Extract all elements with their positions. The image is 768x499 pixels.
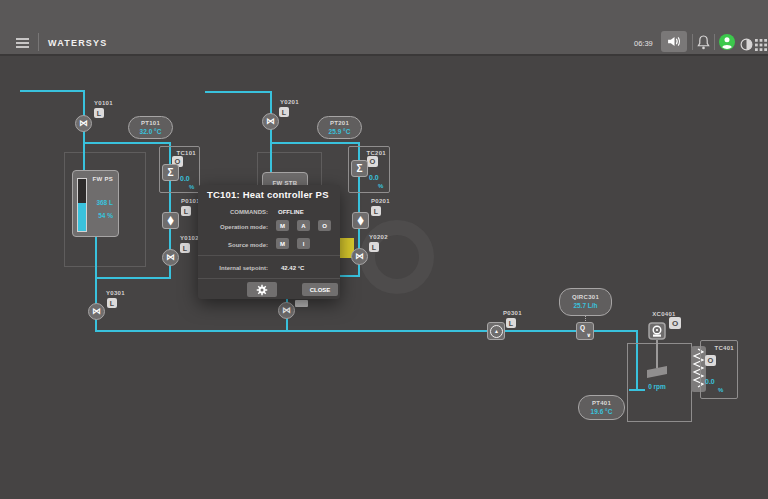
sensor-pt401[interactable]: PT401 19.6 °C (578, 395, 625, 420)
valve-p0101[interactable]: ◆ (162, 212, 179, 229)
apps-button[interactable] (755, 37, 767, 55)
speaker-icon (667, 36, 682, 47)
controller-output: 0.0 (180, 175, 190, 182)
sensor-pt101[interactable]: PT101 32.0 °C (128, 116, 173, 139)
controller-unit: % (378, 183, 383, 189)
heat-exchanger-icon[interactable]: Σ (162, 164, 179, 181)
src-mode-manual-button[interactable]: M (276, 238, 289, 249)
theme-button[interactable] (740, 37, 753, 55)
tank-label: FW PS (93, 176, 114, 182)
lock-badge: L (180, 243, 190, 253)
hidden-label-fragment (295, 300, 308, 307)
sensor-label: QIRC301 (560, 294, 611, 300)
heat-exchanger-icon[interactable]: Σ (351, 160, 368, 177)
valve-label: Y0102 (180, 235, 199, 241)
mixer-shaft (656, 340, 658, 368)
user-button[interactable] (719, 34, 735, 54)
valve-y0101[interactable]: ⋈ (75, 115, 92, 132)
mixer-paddle (647, 366, 667, 378)
grid-icon (755, 39, 767, 51)
user-icon (719, 34, 735, 50)
top-bar: WATERSYS 06:39 (0, 0, 768, 56)
setpoint-label: Internal setpoint: (204, 265, 268, 271)
valve-y0102[interactable]: ⋈ (162, 249, 179, 266)
mode-badge: O (367, 156, 378, 167)
sensor-pt201[interactable]: PT201 25.9 °C (317, 116, 362, 139)
lock-badge: L (506, 318, 516, 328)
pipe (270, 91, 272, 172)
motor-icon[interactable] (648, 322, 666, 340)
valve-label: P0201 (371, 198, 390, 204)
bell-icon (697, 35, 710, 50)
commands-value: OFFLINE (278, 209, 304, 215)
op-mode-off-button[interactable]: O (318, 220, 331, 231)
pipe (83, 142, 171, 144)
dialog-title: TC101: Heat controller PS (207, 189, 329, 200)
tc101-dialog: TC101: Heat controller PS COMMANDS: OFFL… (198, 185, 340, 299)
dialog-divider (198, 278, 340, 279)
sensor-value: 32.0 °C (129, 128, 172, 135)
setpoint-value: 42.42 °C (281, 265, 304, 271)
decor-ring (360, 220, 434, 294)
valve-y0301[interactable]: ⋈ (88, 303, 105, 320)
controller-label: TC401 (714, 345, 734, 351)
op-mode-auto-button[interactable]: A (297, 220, 310, 231)
controller-output: 0.0 (369, 174, 379, 181)
src-mode-internal-button[interactable]: I (297, 238, 310, 249)
mode-badge: O (669, 317, 681, 329)
valve-p0201[interactable]: ◆ (352, 212, 369, 229)
flow-sensor-icon[interactable]: Q ∨ (576, 322, 594, 340)
controller-output: 0.0 (705, 378, 715, 385)
level-gauge (77, 178, 87, 232)
topbar-separator (38, 33, 39, 51)
settings-button[interactable] (247, 282, 277, 297)
close-button[interactable]: CLOSE (302, 283, 338, 296)
valve-bottom-center[interactable]: ⋈ (278, 302, 295, 319)
lock-badge: L (371, 206, 381, 216)
notifications-button[interactable] (697, 35, 710, 54)
mixer-speed: 0 rpm (640, 383, 674, 390)
tank-fwps[interactable]: FW PS 368 L 54 % (72, 170, 119, 237)
pump-p0301[interactable]: ▲ (487, 322, 505, 340)
valve-label: Y0201 (280, 99, 299, 105)
valve-y0201[interactable]: ⋈ (262, 113, 279, 130)
pipe (20, 90, 84, 92)
sensor-value: 25.7 L/h (560, 302, 611, 309)
valve-y0202[interactable]: ⋈ (351, 248, 368, 265)
operation-mode-label: Operation mode: (204, 224, 268, 230)
gear-icon (256, 284, 268, 296)
volume-button[interactable] (661, 31, 687, 52)
sensor-value: 25.9 °C (318, 128, 361, 135)
pipe (205, 91, 272, 93)
topbar-separator (692, 34, 693, 50)
lock-badge: L (107, 298, 117, 308)
sensor-qirc301[interactable]: QIRC301 25.7 L/h (559, 288, 612, 316)
valve-label: Y0202 (369, 234, 388, 240)
pipe (96, 277, 171, 279)
sensor-label: PT401 (579, 400, 624, 406)
valve-label: Y0101 (94, 100, 113, 106)
menu-icon[interactable] (16, 38, 29, 48)
sensor-label: PT201 (318, 120, 361, 126)
commands-label: COMMANDS: (204, 209, 268, 215)
lock-badge: L (181, 206, 191, 216)
lock-badge: L (279, 107, 289, 117)
pump-circle: ▲ (490, 325, 503, 338)
scada-app: WATERSYS 06:39 (0, 0, 768, 499)
controller-unit: % (189, 184, 194, 190)
pump-label: P0301 (503, 310, 522, 316)
pipe-main (95, 330, 638, 332)
flow-letter: Q (580, 325, 585, 332)
tank-volume: 368 L (96, 199, 113, 206)
sensor-label: PT101 (129, 120, 172, 126)
source-mode-label: Source mode: (204, 242, 268, 248)
contrast-icon (740, 38, 753, 51)
controller-unit: % (718, 387, 723, 393)
dialog-divider (198, 255, 340, 256)
op-mode-manual-button[interactable]: M (276, 220, 289, 231)
level-gauge-fill (78, 203, 86, 231)
mode-badge: O (705, 355, 716, 366)
clock: 06:39 (634, 39, 653, 48)
flow-arrow: ∨ (587, 333, 591, 339)
topbar-separator (714, 34, 715, 50)
